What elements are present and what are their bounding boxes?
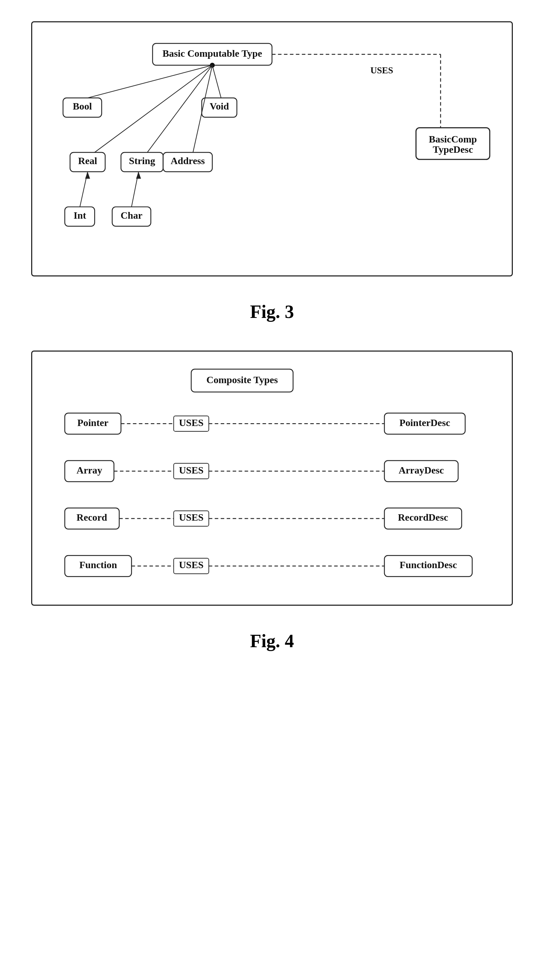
uses-label-4: USES bbox=[179, 559, 203, 570]
line-to-bool bbox=[87, 65, 212, 98]
void-label: Void bbox=[210, 101, 229, 111]
arrow-int-real bbox=[85, 172, 90, 179]
fig3-diagram: Basic Computable Type Bool Real String V… bbox=[31, 21, 513, 277]
fig3-caption: Fig. 3 bbox=[250, 301, 294, 322]
pointer-desc-label: PointerDesc bbox=[400, 417, 450, 428]
uses-label-fig3: USES bbox=[370, 65, 393, 75]
pointer-label: Pointer bbox=[77, 417, 108, 428]
composite-types-label: Composite Types bbox=[206, 374, 278, 385]
line-to-real bbox=[95, 65, 212, 153]
record-label: Record bbox=[76, 512, 107, 523]
string-label: String bbox=[129, 155, 155, 166]
fig4-caption: Fig. 4 bbox=[250, 630, 294, 651]
fig3-svg: Basic Computable Type Bool Real String V… bbox=[32, 22, 512, 275]
int-label: Int bbox=[74, 210, 86, 221]
real-label: Real bbox=[78, 155, 97, 166]
record-desc-label: RecordDesc bbox=[398, 512, 448, 523]
uses-label-1: USES bbox=[179, 417, 203, 428]
basiccomp-typedesc-line2: TypeDesc bbox=[433, 144, 473, 155]
function-desc-label: FunctionDesc bbox=[400, 559, 457, 570]
fig4-diagram: Composite Types Pointer USES PointerDesc… bbox=[31, 350, 513, 606]
fig4-svg: Composite Types Pointer USES PointerDesc… bbox=[32, 352, 512, 605]
line-to-void bbox=[212, 65, 221, 98]
function-label: Function bbox=[79, 559, 117, 570]
array-label: Array bbox=[76, 465, 102, 476]
uses-label-3: USES bbox=[179, 512, 203, 523]
uses-label-2: USES bbox=[179, 465, 203, 476]
arrow-char-string bbox=[136, 172, 141, 179]
bool-label: Bool bbox=[73, 101, 92, 111]
char-label: Char bbox=[121, 210, 143, 221]
page: Basic Computable Type Bool Real String V… bbox=[0, 0, 544, 980]
basic-computable-type-label: Basic Computable Type bbox=[163, 48, 262, 59]
address-label: Address bbox=[171, 155, 205, 166]
basiccomp-typedesc-line1: BasicComp bbox=[429, 134, 477, 145]
array-desc-label: ArrayDesc bbox=[399, 465, 444, 476]
